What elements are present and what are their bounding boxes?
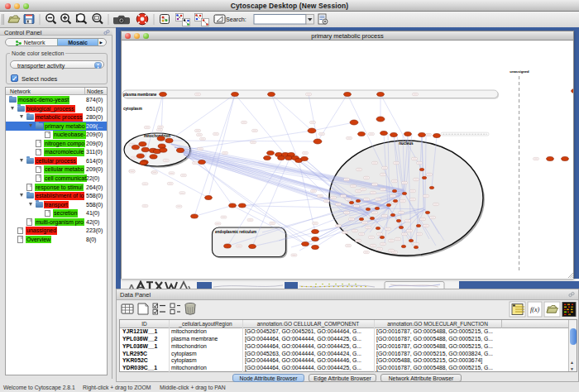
svg-text:unassigned: unassigned: [510, 69, 529, 74]
svg-text:nucleus: nucleus: [399, 141, 414, 146]
svg-text:endoplasmic reticulum: endoplasmic reticulum: [215, 230, 256, 234]
svg-text:cytoplasm: cytoplasm: [123, 107, 142, 111]
svg-text:f(x): f(x): [530, 306, 539, 313]
svg-text:Search:: Search:: [226, 16, 246, 23]
svg-text:plasma membrane: plasma membrane: [123, 93, 157, 97]
